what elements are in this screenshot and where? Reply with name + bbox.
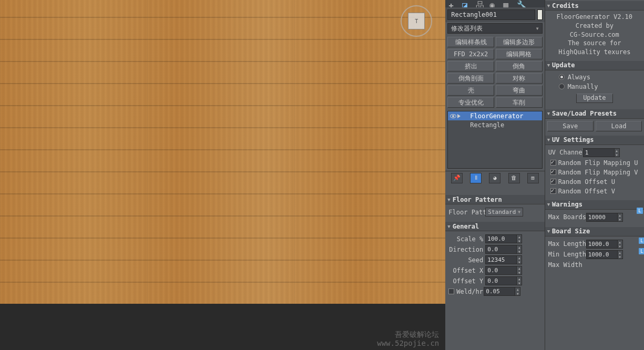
btn-shell[interactable]: 壳 bbox=[447, 85, 494, 96]
spin-down[interactable]: ▼ bbox=[617, 217, 622, 221]
btn-bevel-profile[interactable]: 倒角剖面 bbox=[447, 73, 494, 84]
radio-label: Manually bbox=[568, 83, 598, 90]
seed-input[interactable] bbox=[486, 256, 516, 264]
lock-badge[interactable]: L bbox=[639, 248, 644, 254]
utilities-tab-icon[interactable]: 🔧 bbox=[517, 0, 524, 7]
spin-down[interactable]: ▼ bbox=[515, 292, 520, 296]
btn-lathe[interactable]: 车削 bbox=[496, 97, 543, 108]
update-always-radio[interactable]: Always bbox=[548, 73, 641, 82]
object-color-swatch[interactable] bbox=[537, 9, 542, 20]
viewport-3d[interactable]: T 吾爱破解论坛 www.52pojie.cn bbox=[0, 0, 445, 350]
spin-up[interactable]: ▲ bbox=[516, 256, 522, 260]
spin-up[interactable]: ▲ bbox=[515, 287, 520, 292]
spin-down[interactable]: ▼ bbox=[516, 260, 522, 264]
scale-spinner[interactable]: ▲▼ bbox=[485, 234, 522, 243]
btn-bevel[interactable]: 倒角 bbox=[496, 61, 543, 71]
max-length-input[interactable] bbox=[587, 240, 617, 248]
display-tab-icon[interactable]: ▦ bbox=[503, 0, 510, 7]
remove-modifier-button[interactable]: 🗑 bbox=[508, 173, 520, 183]
rollup-header[interactable]: ▼ UV Settings bbox=[545, 136, 644, 145]
spin-down[interactable]: ▼ bbox=[617, 254, 622, 259]
scale-input[interactable] bbox=[486, 235, 516, 243]
rollup-header[interactable]: ▼ Floor Pattern bbox=[445, 195, 544, 204]
rollup-header[interactable]: ▼ General bbox=[445, 222, 544, 231]
btn-extrude[interactable]: 挤出 bbox=[447, 61, 494, 71]
update-manually-radio[interactable]: Manually bbox=[548, 82, 641, 91]
lock-badge[interactable]: L bbox=[637, 208, 643, 214]
min-length-spinner[interactable]: ▲▼ bbox=[586, 250, 623, 259]
rollup-header[interactable]: ▼ Board Size bbox=[545, 227, 644, 236]
flip-v-checkbox-row[interactable]: Random Flip Mapping V bbox=[548, 168, 641, 177]
flip-u-checkbox-row[interactable]: Random Flip Mapping U bbox=[548, 158, 641, 168]
spin-up[interactable]: ▲ bbox=[617, 251, 622, 255]
view-cube[interactable]: T bbox=[401, 5, 432, 37]
lock-badge[interactable]: L bbox=[639, 238, 644, 244]
weld-checkbox[interactable] bbox=[448, 289, 454, 294]
btn-prooptimizer[interactable]: 专业优化 bbox=[447, 97, 494, 108]
direction-input[interactable] bbox=[486, 245, 516, 253]
update-button[interactable]: Update bbox=[576, 94, 613, 103]
motion-tab-icon[interactable]: ◉ bbox=[489, 0, 497, 7]
spin-down[interactable]: ▼ bbox=[617, 244, 622, 248]
stack-item-rectangle[interactable]: Rectangle bbox=[448, 120, 541, 129]
offsetx-spinner[interactable]: ▲▼ bbox=[485, 266, 522, 275]
weld-spinner[interactable]: ▲▼ bbox=[484, 287, 520, 296]
spin-up[interactable]: ▲ bbox=[516, 277, 522, 281]
min-length-input[interactable] bbox=[587, 251, 617, 259]
max-length-spinner[interactable]: ▲▼ bbox=[586, 240, 623, 249]
modifier-stack[interactable]: FloorGenerator Rectangle bbox=[447, 111, 542, 169]
spin-up[interactable]: ▲ bbox=[516, 266, 522, 271]
modify-tab-icon[interactable]: ◪ bbox=[462, 0, 469, 7]
watermark-line1: 吾爱破解论坛 bbox=[377, 330, 439, 339]
spin-down[interactable]: ▼ bbox=[516, 281, 522, 285]
show-end-result-button[interactable]: Ⅱ bbox=[470, 173, 482, 183]
rollup-title: Floor Pattern bbox=[453, 196, 502, 203]
weld-input[interactable] bbox=[484, 287, 515, 295]
save-preset-button[interactable]: Save bbox=[547, 121, 594, 131]
spin-up[interactable]: ▲ bbox=[617, 240, 622, 244]
uv-channel-spinner[interactable]: ▲▼ bbox=[583, 148, 620, 157]
eye-icon[interactable] bbox=[450, 114, 456, 118]
max-boards-spinner[interactable]: ▲▼ bbox=[586, 213, 623, 222]
spin-up[interactable]: ▲ bbox=[516, 235, 522, 239]
object-name-input[interactable] bbox=[447, 9, 535, 20]
btn-symmetry[interactable]: 对称 bbox=[496, 73, 543, 84]
rollup-header[interactable]: ▼ Update bbox=[545, 61, 644, 70]
wood-floor-render bbox=[0, 0, 445, 304]
spin-down[interactable]: ▼ bbox=[614, 152, 619, 157]
spin-down[interactable]: ▼ bbox=[516, 239, 522, 243]
viewcube-top-face[interactable]: T bbox=[408, 13, 425, 29]
rollup-header[interactable]: ▼ Credits bbox=[545, 1, 644, 11]
offset-u-checkbox-row[interactable]: Random Offset U bbox=[548, 177, 641, 187]
spin-down[interactable]: ▼ bbox=[516, 250, 522, 254]
modifier-list-dropdown[interactable]: 修改器列表 ▼ bbox=[447, 23, 542, 34]
uv-channel-input[interactable] bbox=[584, 149, 614, 157]
create-tab-icon[interactable]: ✚ bbox=[448, 0, 456, 7]
rollup-header[interactable]: ▼ Save/Load Presets bbox=[545, 109, 644, 119]
btn-bend[interactable]: 弯曲 bbox=[496, 85, 543, 96]
pin-stack-button[interactable]: 📌 bbox=[451, 173, 463, 183]
btn-edit-mesh[interactable]: 编辑网格 bbox=[496, 49, 543, 59]
spin-up[interactable]: ▲ bbox=[614, 149, 619, 153]
max-boards-input[interactable] bbox=[587, 213, 617, 221]
btn-edit-poly[interactable]: 编辑多边形 bbox=[496, 37, 543, 47]
make-unique-button[interactable]: ◕ bbox=[489, 173, 500, 183]
offsety-input[interactable] bbox=[486, 277, 516, 285]
spin-up[interactable]: ▲ bbox=[617, 213, 622, 218]
offset-v-checkbox-row[interactable]: Random Offset V bbox=[548, 187, 641, 196]
btn-edit-spline[interactable]: 编辑样条线 bbox=[447, 37, 494, 47]
btn-ffd[interactable]: FFD 2x2x2 bbox=[447, 49, 494, 59]
seed-spinner[interactable]: ▲▼ bbox=[485, 255, 522, 264]
load-preset-button[interactable]: Load bbox=[596, 121, 642, 131]
offsetx-input[interactable] bbox=[486, 266, 516, 274]
floor-pattern-select[interactable]: Standard ▼ bbox=[485, 208, 523, 217]
stack-item-floorgenerator[interactable]: FloorGenerator bbox=[448, 111, 541, 120]
spin-down[interactable]: ▼ bbox=[516, 271, 522, 275]
hierarchy-tab-icon[interactable]: 品 bbox=[476, 0, 483, 7]
rollup-header[interactable]: ▼ Warnings bbox=[545, 200, 644, 210]
configure-sets-button[interactable]: ⊞ bbox=[527, 173, 539, 183]
direction-spinner[interactable]: ▲▼ bbox=[485, 245, 522, 254]
offsety-spinner[interactable]: ▲▼ bbox=[485, 276, 522, 285]
spin-up[interactable]: ▲ bbox=[516, 245, 522, 250]
expand-icon[interactable] bbox=[457, 114, 461, 118]
